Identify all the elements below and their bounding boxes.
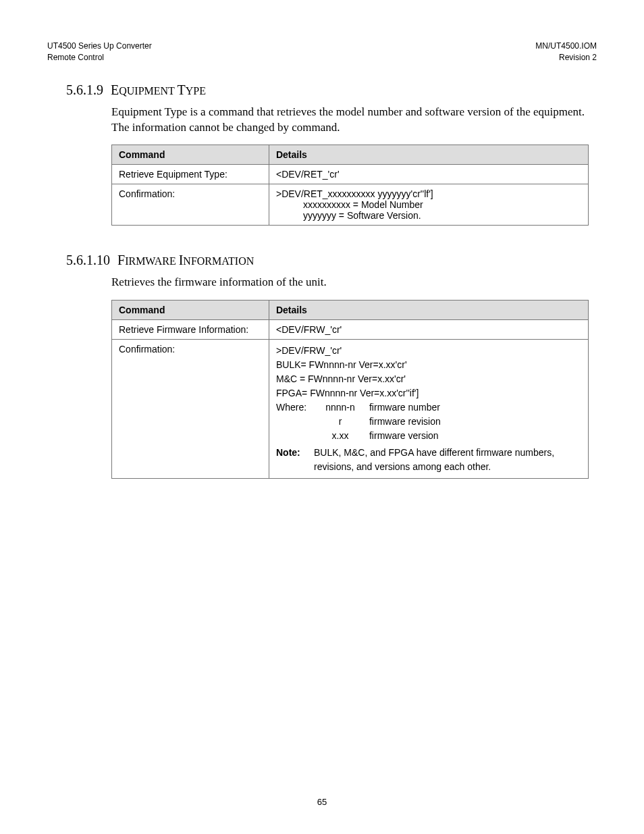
page-number: 65 xyxy=(0,797,644,807)
page-header: UT4500 Series Up Converter Remote Contro… xyxy=(47,41,597,63)
equipment-type-table: Command Details Retrieve Equipment Type:… xyxy=(111,145,589,226)
table-row: Retrieve Firmware Information: <DEV/FRW_… xyxy=(112,320,589,340)
section-title-cap1: E xyxy=(111,82,119,97)
note-text: BULK, M&C, and FPGA have different firmw… xyxy=(314,446,581,474)
conf-line: M&C = FWnnnn-nr Ver=x.xx'cr' xyxy=(276,372,581,386)
cell-command: Confirmation: xyxy=(112,340,269,479)
where-row: Where: nnnn-n firmware number xyxy=(276,400,581,415)
header-right: MN/UT4500.IOM Revision 2 xyxy=(535,41,597,63)
cell-command: Retrieve Firmware Information: xyxy=(112,320,269,340)
cell-command: Confirmation: xyxy=(112,184,269,226)
where-spacer xyxy=(276,415,311,429)
section-heading-equipment-type: 5.6.1.9 EQUIPMENT TYPE xyxy=(66,82,597,98)
table-header-row: Command Details xyxy=(112,145,589,165)
header-right-line1: MN/UT4500.IOM xyxy=(535,41,597,52)
section-title-rest2: YPE xyxy=(186,85,206,97)
header-right-line2: Revision 2 xyxy=(535,52,597,63)
section1-body: Equipment Type is a command that retriev… xyxy=(111,105,589,136)
where-key: nnnn-n xyxy=(323,400,357,415)
col-details-header: Details xyxy=(269,145,588,165)
table-header-row: Command Details xyxy=(112,301,589,320)
cell-details: <DEV/RET_'cr' xyxy=(269,165,588,184)
where-val: firmware number xyxy=(369,400,440,415)
cell-details: <DEV/FRW_'cr' xyxy=(269,320,588,340)
where-key: x.xx xyxy=(323,429,357,443)
where-val: firmware version xyxy=(369,429,439,443)
note-label: Note: xyxy=(276,446,306,474)
col-command-header: Command xyxy=(112,301,269,320)
col-details-header: Details xyxy=(269,301,588,320)
section-title-rest1: IRMWARE xyxy=(125,255,179,267)
note-row: Note: BULK, M&C, and FPGA have different… xyxy=(276,446,581,474)
table-row: Retrieve Equipment Type: <DEV/RET_'cr' xyxy=(112,165,589,184)
cell-command: Retrieve Equipment Type: xyxy=(112,165,269,184)
where-val: firmware revision xyxy=(369,415,441,429)
header-left-line1: UT4500 Series Up Converter xyxy=(47,41,152,52)
cell-details: >DEV/RET_xxxxxxxxxx yyyyyyy'cr''lf'] xxx… xyxy=(269,184,588,226)
header-left: UT4500 Series Up Converter Remote Contro… xyxy=(47,41,152,63)
header-left-line2: Remote Control xyxy=(47,52,152,63)
conf-line: >DEV/FRW_'cr' xyxy=(276,344,581,358)
section-number: 5.6.1.9 xyxy=(66,82,103,97)
where-row: x.xx firmware version xyxy=(276,429,581,443)
section-heading-firmware-information: 5.6.1.10 FIRMWARE INFORMATION xyxy=(66,253,597,268)
conf-line: FPGA= FWnnnn-nr Ver=x.xx'cr''if'] xyxy=(276,386,581,400)
conf-line3: yyyyyyy = Software Version. xyxy=(276,210,581,221)
col-command-header: Command xyxy=(112,145,269,165)
section-title-cap1: F xyxy=(117,253,125,267)
where-key: r xyxy=(323,415,357,429)
section2-body: Retrieves the firmware information of th… xyxy=(111,275,589,290)
where-row: r firmware revision xyxy=(276,415,581,429)
cell-details: >DEV/FRW_'cr' BULK= FWnnnn-nr Ver=x.xx'c… xyxy=(269,340,588,479)
table-row: Confirmation: >DEV/RET_xxxxxxxxxx yyyyyy… xyxy=(112,184,589,226)
where-label: Where: xyxy=(276,400,311,415)
section-title-rest1: QUIPMENT xyxy=(119,85,177,97)
where-spacer xyxy=(276,429,311,443)
conf-line1: >DEV/RET_xxxxxxxxxx yyyyyyy'cr''lf'] xyxy=(276,188,581,199)
table-row: Confirmation: >DEV/FRW_'cr' BULK= FWnnnn… xyxy=(112,340,589,479)
conf-line: BULK= FWnnnn-nr Ver=x.xx'cr' xyxy=(276,358,581,372)
section-title-rest2: NFORMATION xyxy=(183,255,254,267)
conf-line2: xxxxxxxxxx = Model Number xyxy=(276,199,581,210)
section-number: 5.6.1.10 xyxy=(66,253,110,267)
section-title-cap2: T xyxy=(178,82,186,97)
firmware-info-table: Command Details Retrieve Firmware Inform… xyxy=(111,300,589,479)
